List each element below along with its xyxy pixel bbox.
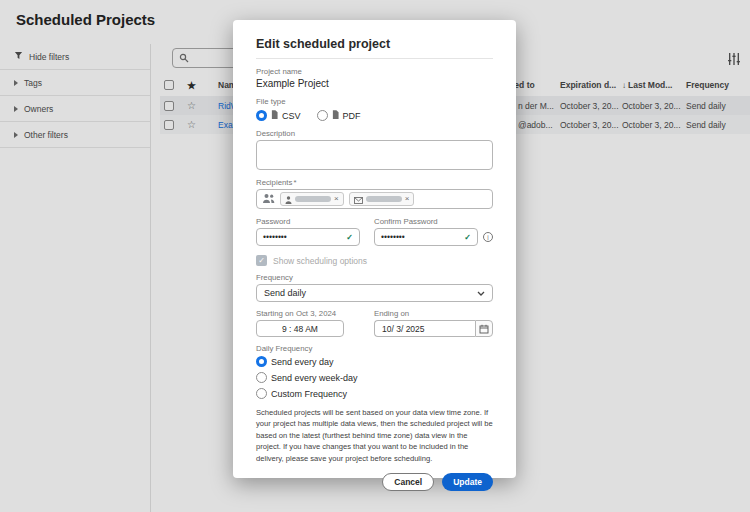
project-name-value: Example Project <box>256 78 493 89</box>
send-every-week-day-radio[interactable]: Send every week-day <box>256 372 493 383</box>
radio-icon <box>256 372 267 383</box>
recipients-field[interactable]: × × <box>256 189 493 209</box>
file-type-group: CSV PDF <box>256 110 493 121</box>
update-button[interactable]: Update <box>442 473 493 491</box>
valid-check-icon: ✓ <box>346 233 353 242</box>
recipient-pill-email[interactable]: × <box>349 192 415 206</box>
add-people-icon <box>262 190 275 208</box>
calendar-button[interactable] <box>475 320 493 337</box>
password-label: Password <box>256 217 360 226</box>
show-scheduling-options-label: Show scheduling options <box>273 256 367 266</box>
dialog-title: Edit scheduled project <box>256 37 493 51</box>
radio-icon <box>256 388 267 399</box>
send-every-week-day-label: Send every week-day <box>271 373 358 383</box>
file-icon <box>332 110 339 121</box>
confirm-password-value: •••••••• <box>381 232 405 242</box>
radio-selected-icon <box>256 356 267 367</box>
remove-recipient-icon[interactable]: × <box>334 195 339 203</box>
password-value: •••••••• <box>263 232 287 242</box>
edit-scheduled-project-dialog: Edit scheduled project Project name Exam… <box>233 20 516 478</box>
password-input[interactable]: •••••••• ✓ <box>256 228 360 246</box>
show-scheduling-options-row: ✓ Show scheduling options <box>256 255 493 266</box>
valid-check-icon: ✓ <box>464 233 471 242</box>
ending-on-label: Ending on <box>374 309 493 318</box>
frequency-value: Send daily <box>264 288 306 298</box>
redacted-recipient-name <box>295 196 331 202</box>
file-type-csv-radio[interactable]: CSV <box>256 110 301 121</box>
daily-frequency-group: Send every day Send every week-day Custo… <box>256 356 493 399</box>
end-date-input[interactable]: 10/ 3/ 2025 <box>374 320 475 337</box>
start-time-input[interactable]: 9 : 48 AM <box>256 320 344 337</box>
description-label: Description <box>256 129 493 138</box>
required-asterisk: * <box>293 178 296 187</box>
confirm-password-input[interactable]: •••••••• ✓ <box>374 228 478 246</box>
divider <box>256 58 493 59</box>
file-type-label: File type <box>256 97 493 106</box>
calendar-icon <box>479 320 489 338</box>
info-icon[interactable]: i <box>483 232 493 242</box>
custom-frequency-label: Custom Frequency <box>271 389 347 399</box>
end-date-group: 10/ 3/ 2025 <box>374 320 493 337</box>
custom-frequency-radio[interactable]: Custom Frequency <box>256 388 493 399</box>
send-every-day-radio[interactable]: Send every day <box>256 356 493 367</box>
file-type-pdf-radio[interactable]: PDF <box>317 110 361 121</box>
file-icon <box>271 110 278 121</box>
person-icon <box>285 190 292 208</box>
cancel-button[interactable]: Cancel <box>382 473 434 491</box>
checked-disabled-checkbox: ✓ <box>256 255 267 266</box>
radio-selected-icon <box>256 110 267 121</box>
check-icon: ✓ <box>258 256 265 265</box>
file-type-csv-label: CSV <box>282 111 301 121</box>
dialog-footer: Cancel Update <box>256 473 493 491</box>
frequency-label: Frequency <box>256 273 493 282</box>
scheduling-disclaimer: Scheduled projects will be sent based on… <box>256 407 493 464</box>
recipient-pill-user[interactable]: × <box>280 192 344 206</box>
app-window: Scheduled Projects Hide filters Tags Own… <box>0 0 750 512</box>
starting-on-label: Starting on Oct 3, 2024 <box>256 309 360 318</box>
project-name-label: Project name <box>256 67 493 76</box>
confirm-password-label: Confirm Password <box>374 217 493 226</box>
envelope-icon <box>354 190 363 208</box>
frequency-select[interactable]: Send daily <box>256 284 493 302</box>
send-every-day-label: Send every day <box>271 357 334 367</box>
chevron-down-icon <box>477 288 485 298</box>
file-type-pdf-label: PDF <box>343 111 361 121</box>
daily-frequency-label: Daily Frequency <box>256 344 493 353</box>
recipients-label: Recipients* <box>256 178 493 187</box>
description-textarea[interactable] <box>256 140 493 170</box>
redacted-recipient-email <box>366 196 402 202</box>
radio-icon <box>317 110 328 121</box>
remove-recipient-icon[interactable]: × <box>405 195 410 203</box>
